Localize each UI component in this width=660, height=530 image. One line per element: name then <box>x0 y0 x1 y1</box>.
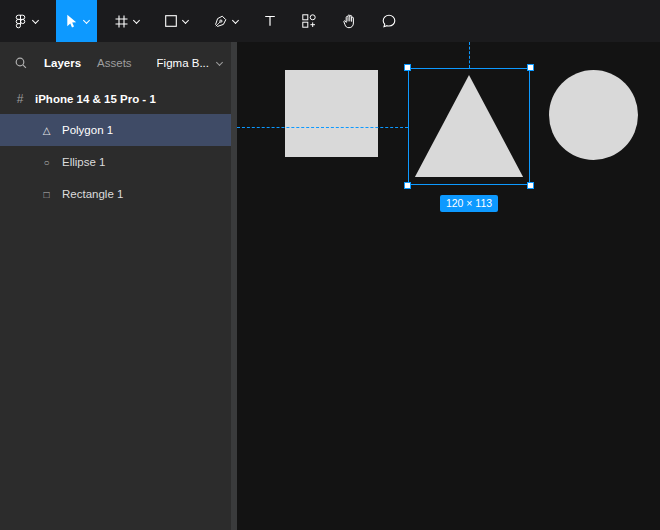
rectangle-outline-icon <box>164 14 178 28</box>
library-dropdown[interactable]: Figma B... <box>157 57 223 69</box>
chevron-down-icon <box>181 17 189 25</box>
alignment-guide-horizontal <box>237 127 408 128</box>
speech-bubble-icon <box>381 13 397 29</box>
polygon-icon: △ <box>40 125 53 136</box>
hand-tool-button[interactable] <box>334 0 364 42</box>
canvas[interactable]: 120 × 113 <box>237 42 660 530</box>
figma-logo-icon <box>13 14 28 29</box>
frame-hash-icon <box>114 14 129 29</box>
canvas-shape-polygon[interactable] <box>409 69 529 184</box>
layer-row-polygon[interactable]: △ Polygon 1 <box>0 114 237 146</box>
tab-assets[interactable]: Assets <box>97 57 132 69</box>
canvas-shape-rectangle[interactable] <box>285 70 378 157</box>
chevron-down-icon <box>132 17 140 25</box>
figma-app-window: Layers Assets Figma B... # iPhone 14 & 1… <box>0 0 660 530</box>
canvas-shape-ellipse[interactable] <box>549 70 638 160</box>
cursor-arrow-icon <box>63 13 79 29</box>
selection-handle-top-right[interactable] <box>527 64 534 71</box>
shape-tool-button[interactable] <box>157 0 196 42</box>
toolbar <box>0 0 660 42</box>
alignment-guide-vertical <box>469 42 470 68</box>
main-menu-button[interactable] <box>6 0 46 42</box>
layer-label: Polygon 1 <box>62 124 113 136</box>
chevron-down-icon <box>231 17 239 25</box>
layers-panel: Layers Assets Figma B... # iPhone 14 & 1… <box>0 42 237 530</box>
letter-t-icon <box>263 14 277 28</box>
search-icon[interactable] <box>14 56 28 70</box>
frame-label: iPhone 14 & 15 Pro - 1 <box>35 93 156 105</box>
pen-tool-button[interactable] <box>206 0 246 42</box>
rectangle-icon: □ <box>40 189 53 200</box>
move-tool-button[interactable] <box>56 0 97 42</box>
chevron-down-icon <box>82 17 90 25</box>
selection-size-badge: 120 × 113 <box>440 195 498 212</box>
frame-tool-button[interactable] <box>107 0 147 42</box>
pen-nib-icon <box>213 14 228 29</box>
selection-handle-bottom-left[interactable] <box>404 182 411 189</box>
shapes-plus-icon <box>301 13 317 29</box>
layer-row-rectangle[interactable]: □ Rectangle 1 <box>0 178 237 210</box>
layers-panel-header: Layers Assets Figma B... <box>0 42 237 84</box>
chevron-down-icon <box>31 17 39 25</box>
selection-box[interactable] <box>408 68 530 185</box>
chevron-down-icon <box>215 59 223 67</box>
layer-row-ellipse[interactable]: ○ Ellipse 1 <box>0 146 237 178</box>
selection-handle-bottom-right[interactable] <box>527 182 534 189</box>
layer-label: Ellipse 1 <box>62 156 105 168</box>
ellipse-icon: ○ <box>40 157 53 168</box>
library-dropdown-label: Figma B... <box>157 57 209 69</box>
hand-icon <box>341 13 357 29</box>
selection-size-badge-wrap: 120 × 113 <box>408 195 530 212</box>
layer-label: Rectangle 1 <box>62 188 123 200</box>
frame-icon: # <box>14 92 26 106</box>
tab-layers[interactable]: Layers <box>44 57 81 69</box>
selection-handle-top-left[interactable] <box>404 64 411 71</box>
sidebar-resize-handle[interactable] <box>231 42 237 530</box>
actions-tool-button[interactable] <box>294 0 324 42</box>
layer-row-frame[interactable]: # iPhone 14 & 15 Pro - 1 <box>0 84 237 114</box>
comment-tool-button[interactable] <box>374 0 404 42</box>
text-tool-button[interactable] <box>256 0 284 42</box>
